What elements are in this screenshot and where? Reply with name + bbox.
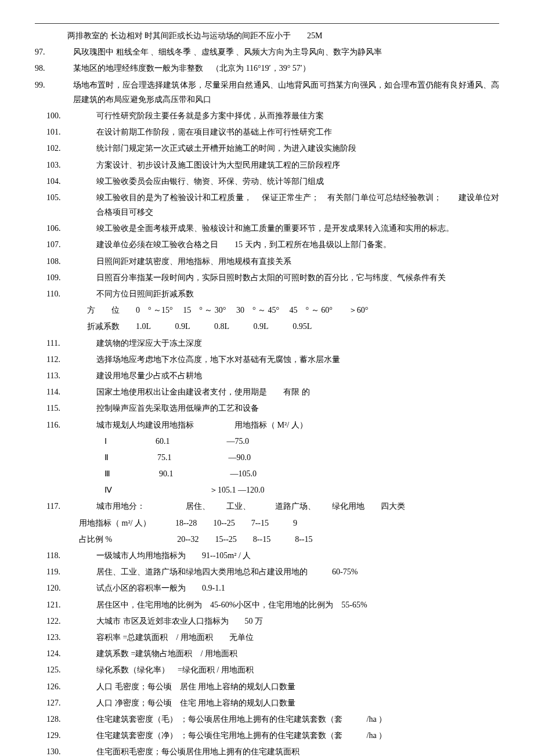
list-item: 116.城市规划人均建设用地指标 用地指标（ M²/ 人） (35, 418, 499, 432)
list-item: 105.竣工验收目的是为了检验设计和工程质量， 保证正常生产； 有关部门单位可总… (35, 190, 499, 219)
list-item: 129.住宅建筑套密度（净） ；每公顷住宅用地上拥有的住宅建筑套数（套 /ha … (35, 728, 499, 743)
list-item: 112.选择场地应考虑地下水位高度，地下水对基础有无腐蚀，蓄水层水量 (35, 352, 499, 367)
item-text: 统计部门规定第一次正式破土开槽开始施工的时间，为进入建设实施阶段 (96, 141, 499, 155)
item-number: 108. (35, 254, 96, 269)
item-text: 选择场地应考虑地下水位高度，地下水对基础有无腐蚀，蓄水层水量 (96, 352, 499, 367)
item-number: 115. (35, 401, 96, 415)
item-text: 绿化系数（绿化率） =绿化面积 / 用地面积 (96, 663, 499, 677)
item-number: 105. (35, 190, 96, 205)
list-item: 110.不同方位日照间距折减系数 (35, 287, 499, 301)
item-text: 建设用地尽量少占或不占耕地 (96, 368, 499, 383)
list-item: 122.大城市 市区及近郊非农业人口指标为 50 万 (35, 614, 499, 628)
list-item: 109.日照百分率指某一段时间内，实际日照时数占太阳的可照时数的百分比，它与纬度… (35, 270, 499, 285)
item-number: 130. (35, 744, 96, 756)
item-number: 107. (35, 237, 96, 252)
item-number: 120. (35, 581, 96, 595)
item-number: 100. (35, 108, 96, 123)
item-number: 123. (35, 630, 96, 645)
document-body: 两排教室的 长边相对 时其间距或长边与运动场的间距不应小于 25M97.风玫瑰图… (35, 23, 499, 756)
item-text: 建设单位必须在竣工验收合格之日 15 天内，到工程所在地县级以上部门备案。 (96, 237, 499, 252)
list-item: 119.居住、工业、道路广场和绿地四大类用地总和占建设用地的 60-75% (35, 565, 499, 579)
list-item: 120.试点小区的容积率一般为 0.9-1.1 (35, 581, 499, 595)
table-row: Ⅰ 60.1 —75.0 (35, 434, 499, 448)
item-text: 建筑物的埋深应大于冻土深度 (96, 336, 499, 350)
list-item: 107.建设单位必须在竣工验收合格之日 15 天内，到工程所在地县级以上部门备案… (35, 237, 499, 252)
item-number: 112. (35, 352, 96, 367)
item-text: 住宅建筑套密度（毛） ；每公顷居住用地上拥有的住宅建筑套数（套 /ha ） (96, 712, 499, 726)
list-item: 104.竣工验收委员会应由银行、物资、环保、劳动、统计等部门组成 (35, 174, 499, 189)
item-text: 人口 净密度；每公顷 住宅 用地上容纳的规划人口数量 (96, 696, 499, 710)
item-text: 竣工验收目的是为了检验设计和工程质量， 保证正常生产； 有关部门单位可总结经验教… (96, 190, 499, 219)
item-text: 某地区的地理经纬度数一般为非整数 （北京为 116°19′，39° 57′） (73, 61, 499, 75)
continuation-text: 用地指标（ m²/ 人） 18--28 10--25 7--15 9 (35, 516, 499, 530)
item-text: 容积率 =总建筑面积 / 用地面积 无单位 (96, 630, 499, 645)
continuation-text: 占比例 % 20--32 15--25 8--15 8--15 (35, 532, 499, 547)
list-item: 125.绿化系数（绿化率） =绿化面积 / 用地面积 (35, 663, 499, 677)
item-number: 111. (35, 336, 96, 350)
item-text: 日照间距对建筑密度、用地指标、用地规模有直接关系 (96, 254, 499, 269)
item-text: 大城市 市区及近郊非农业人口指标为 50 万 (96, 614, 499, 628)
table-row: Ⅱ 75.1 —90.0 (35, 450, 499, 465)
item-text: 城市用地分： 居住、 工业、 道路广场、 绿化用地 四大类 (96, 499, 499, 513)
item-text: 场地布置时，应合理选择建筑体形，尽量采用自然通风、山地背风面可挡某方向强风，如合… (73, 78, 499, 107)
list-item: 101.在设计前期工作阶段，需在项目建议书的基础上作可行性研究工作 (35, 125, 499, 139)
item-number: 128. (35, 712, 96, 726)
item-number: 118. (35, 548, 96, 563)
list-item: 121.居住区中，住宅用地的比例为 45-60%小区中，住宅用地的比例为 55-… (35, 598, 499, 612)
list-item: 117.城市用地分： 居住、 工业、 道路广场、 绿化用地 四大类 (35, 499, 499, 513)
list-item: 111.建筑物的埋深应大于冻土深度 (35, 336, 499, 350)
item-number: 116. (35, 418, 96, 432)
list-item: 108.日照间距对建筑密度、用地指标、用地规模有直接关系 (35, 254, 499, 269)
list-item: 100.可行性研究阶段主要任务就是多方案中择优，从而推荐最佳方案 (35, 108, 499, 123)
item-text: 住宅面积毛密度；每公顷居住用地上拥有的住宅建筑面积 (96, 744, 499, 756)
item-number: 126. (35, 679, 96, 694)
item-text: 不同方位日照间距折减系数 (96, 287, 499, 301)
item-number: 129. (35, 728, 96, 743)
item-text: 风玫瑰图中 粗线全年 、细线冬季 、虚线夏季 、风频大方向为主导风向、数字为静风… (73, 45, 499, 59)
list-item: 114.国家土地使用权出让金由建设者支付，使用期是 有限 的 (35, 385, 499, 399)
item-text: 在设计前期工作阶段，需在项目建议书的基础上作可行性研究工作 (96, 125, 499, 139)
item-text: 试点小区的容积率一般为 0.9-1.1 (96, 581, 499, 595)
table-row: 方 位 0 ° ～15° 15 ° ～ 30° 30 ° ～ 45° 45 ° … (35, 303, 499, 317)
list-item: 126.人口 毛密度；每公顷 居住 用地上容纳的规划人口数量 (35, 679, 499, 694)
item-text: 竣工验收委员会应由银行、物资、环保、劳动、统计等部门组成 (96, 174, 499, 189)
item-text: 人口 毛密度；每公顷 居住 用地上容纳的规划人口数量 (96, 679, 499, 694)
item-text: 居住区中，住宅用地的比例为 45-60%小区中，住宅用地的比例为 55-65% (96, 598, 499, 612)
item-number: 124. (35, 646, 96, 661)
list-item: 103.方案设计、初步设计及施工图设计为大型民用建筑工程的三阶段程序 (35, 158, 499, 172)
item-number: 104. (35, 174, 96, 189)
item-text: 建筑系数 =建筑物占地面积 / 用地面积 (96, 646, 499, 661)
list-item: 124.建筑系数 =建筑物占地面积 / 用地面积 (35, 646, 499, 661)
item-number: 127. (35, 696, 96, 710)
item-number: 119. (35, 565, 96, 579)
list-item: 102.统计部门规定第一次正式破土开槽开始施工的时间，为进入建设实施阶段 (35, 141, 499, 155)
list-item: 97.风玫瑰图中 粗线全年 、细线冬季 、虚线夏季 、风频大方向为主导风向、数字… (35, 45, 499, 59)
item-text: 一级城市人均用地指标为 91--105m² / 人 (96, 548, 499, 563)
item-number: 97. (35, 45, 73, 59)
item-number: 98. (35, 61, 73, 75)
item-number: 125. (35, 663, 96, 677)
table-row: Ⅳ ＞105.1 —120.0 (35, 483, 499, 497)
list-item: 118.一级城市人均用地指标为 91--105m² / 人 (35, 548, 499, 563)
item-text: 控制噪声应首先采取选用低噪声的工艺和设备 (96, 401, 499, 415)
table-row: 折减系数 1.0L 0.9L 0.8L 0.9L 0.95L (35, 319, 499, 334)
item-number: 101. (35, 125, 96, 139)
list-item: 127.人口 净密度；每公顷 住宅 用地上容纳的规划人口数量 (35, 696, 499, 710)
list-item: 99.场地布置时，应合理选择建筑体形，尽量采用自然通风、山地背风面可挡某方向强风… (35, 78, 499, 107)
continuation-text: 两排教室的 长边相对 时其间距或长边与运动场的间距不应小于 25M (35, 28, 499, 43)
item-number: 117. (35, 499, 96, 513)
list-item: 106.竣工验收是全面考核开成果、验核设计和施工质量的重要环节，是开发成果转入流… (35, 221, 499, 236)
item-text: 竣工验收是全面考核开成果、验核设计和施工质量的重要环节，是开发成果转入流通和实用… (96, 221, 499, 236)
item-number: 113. (35, 368, 96, 383)
item-text: 住宅建筑套密度（净） ；每公顷住宅用地上拥有的住宅建筑套数（套 /ha ） (96, 728, 499, 743)
list-item: 98.某地区的地理经纬度数一般为非整数 （北京为 116°19′，39° 57′… (35, 61, 499, 75)
list-item: 115.控制噪声应首先采取选用低噪声的工艺和设备 (35, 401, 499, 415)
content-list: 两排教室的 长边相对 时其间距或长边与运动场的间距不应小于 25M97.风玫瑰图… (35, 28, 499, 756)
item-number: 122. (35, 614, 96, 628)
list-item: 113.建设用地尽量少占或不占耕地 (35, 368, 499, 383)
item-number: 103. (35, 158, 96, 172)
item-text: 可行性研究阶段主要任务就是多方案中择优，从而推荐最佳方案 (96, 108, 499, 123)
list-item: 130.住宅面积毛密度；每公顷居住用地上拥有的住宅建筑面积 (35, 744, 499, 756)
list-item: 128.住宅建筑套密度（毛） ；每公顷居住用地上拥有的住宅建筑套数（套 /ha … (35, 712, 499, 726)
item-text: 居住、工业、道路广场和绿地四大类用地总和占建设用地的 60-75% (96, 565, 499, 579)
